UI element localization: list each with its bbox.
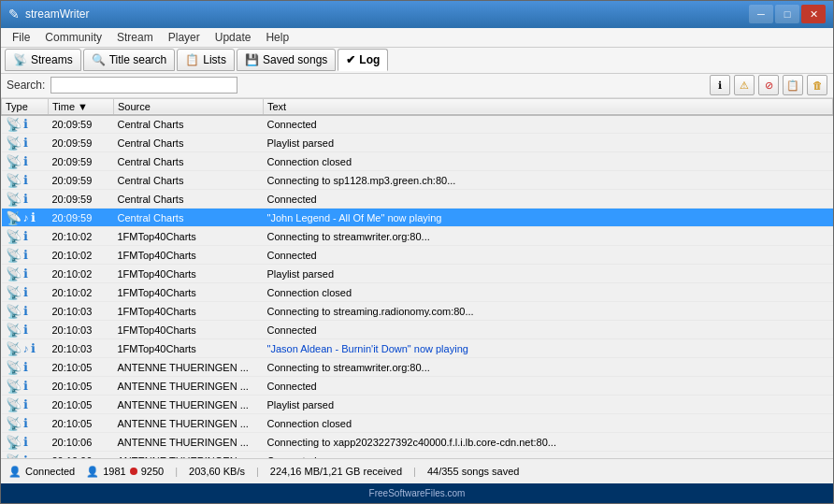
cell-time: 20:10:05 <box>49 377 114 396</box>
log-table: Type Time ▼ Source Text 📡ℹ20:09:59Centra… <box>1 98 833 459</box>
received-display: 224,16 MB/1,21 GB received <box>270 466 402 477</box>
cell-source: ANTENNE THUERINGEN ... <box>114 414 264 433</box>
cell-text: Connected <box>264 115 833 134</box>
tab-log[interactable]: ✔ Log <box>338 49 388 71</box>
cell-text: Connecting to sp1128.mp3.green.ch:80... <box>264 171 833 190</box>
maximize-button[interactable]: □ <box>775 5 799 23</box>
user-icon: 👤 <box>8 466 22 478</box>
search-input[interactable] <box>50 77 237 94</box>
table-row[interactable]: 📡ℹ20:10:05ANTENNE THUERINGEN ...Connecte… <box>2 377 833 396</box>
menu-stream[interactable]: Stream <box>109 29 161 46</box>
cell-type: 📡ℹ <box>2 171 49 190</box>
cell-source: 1FMTop40Charts <box>114 265 264 283</box>
stream-icon: 📡 <box>6 154 22 169</box>
app-title: streamWriter <box>25 7 89 21</box>
song-count: 9250 <box>141 466 164 477</box>
search-bar: Search: ℹ ⚠ ⊘ 📋 🗑 <box>1 74 833 98</box>
cell-time: 20:09:59 <box>49 190 114 209</box>
table-row[interactable]: 📡ℹ20:09:59Central ChartsConnected <box>2 115 833 134</box>
table-row[interactable]: 📡ℹ20:09:59Central ChartsPlaylist parsed <box>2 134 833 152</box>
cell-type: 📡ℹ <box>2 321 49 339</box>
stream-icon: 📡 <box>6 266 22 281</box>
close-button[interactable]: ✕ <box>801 5 826 23</box>
table-row[interactable]: 📡ℹ20:10:021FMTop40ChartsConnection close… <box>2 283 833 302</box>
cell-type: 📡ℹ <box>2 452 49 459</box>
table-row[interactable]: 📡ℹ20:10:021FMTop40ChartsConnecting to st… <box>2 227 833 246</box>
info-filter-button[interactable]: ℹ <box>710 75 730 95</box>
col-header-type[interactable]: Type <box>2 98 49 115</box>
cell-type: 📡ℹ <box>2 302 49 321</box>
minimize-button[interactable]: ─ <box>749 5 773 23</box>
tab-lists[interactable]: 📋 Lists <box>177 49 235 71</box>
info-icon: ℹ <box>23 192 28 206</box>
cell-text: Connection closed <box>264 283 833 302</box>
col-header-text[interactable]: Text <box>264 98 833 115</box>
table-row[interactable]: 📡ℹ20:09:59Central ChartsConnecting to sp… <box>2 171 833 190</box>
cell-source: ANTENNE THUERINGEN ... <box>114 452 264 459</box>
cell-type: 📡ℹ <box>2 283 49 302</box>
sep3: | <box>413 466 416 477</box>
stream-icon: 📡 <box>6 210 22 225</box>
stream-icon: 📡 <box>6 248 22 263</box>
info-icon: ℹ <box>23 360 28 374</box>
sep2: | <box>256 466 259 477</box>
cell-text: Connected <box>264 452 833 459</box>
tab-saved-songs[interactable]: 💾 Saved songs <box>237 49 336 71</box>
error-filter-button[interactable]: ⊘ <box>758 75 779 95</box>
table-row[interactable]: 📡♪ℹ20:10:031FMTop40Charts"Jason Aldean -… <box>2 339 833 358</box>
menu-update[interactable]: Update <box>208 29 259 46</box>
table-row[interactable]: 📡ℹ20:10:031FMTop40ChartsConnected <box>2 321 833 339</box>
table-row[interactable]: 📡ℹ20:09:59Central ChartsConnected <box>2 190 833 209</box>
cell-text: Connecting to streamwriter.org:80... <box>264 227 833 246</box>
col-header-time[interactable]: Time ▼ <box>49 98 114 115</box>
table-row[interactable]: 📡ℹ20:10:021FMTop40ChartsPlaylist parsed <box>2 265 833 283</box>
menu-player[interactable]: Player <box>161 29 208 46</box>
table-row[interactable]: 📡ℹ20:10:06ANTENNE THUERINGEN ...Connecti… <box>2 433 833 452</box>
speed-display: 203,60 KB/s <box>189 466 245 477</box>
cell-time: 20:10:02 <box>49 246 114 265</box>
cell-type: 📡ℹ <box>2 414 49 433</box>
table-row[interactable]: 📡ℹ20:10:06ANTENNE THUERINGEN ...Connecte… <box>2 452 833 459</box>
table-row[interactable]: 📡ℹ20:09:59Central ChartsConnection close… <box>2 152 833 171</box>
tab-title-search[interactable]: 🔍 Title search <box>83 49 176 71</box>
tab-streams[interactable]: 📡 Streams <box>5 49 81 71</box>
cell-text: "John Legend - All Of Me" now playing <box>264 209 833 227</box>
table-row[interactable]: 📡ℹ20:10:05ANTENNE THUERINGEN ...Connecti… <box>2 414 833 433</box>
info-icon: ℹ <box>23 248 28 262</box>
cell-source: Central Charts <box>114 134 264 152</box>
cell-source: 1FMTop40Charts <box>114 302 264 321</box>
cell-text: Connection closed <box>264 414 833 433</box>
copy-button[interactable]: 📋 <box>783 75 803 95</box>
app-window: ✎ streamWriter ─ □ ✕ File Community Stre… <box>0 0 834 504</box>
cell-type: 📡ℹ <box>2 358 49 377</box>
cell-text: Connected <box>264 246 833 265</box>
menu-community[interactable]: Community <box>37 29 109 46</box>
status-dot-red <box>130 468 137 475</box>
cell-source: ANTENNE THUERINGEN ... <box>114 358 264 377</box>
stream-icon: 📡 <box>6 341 22 356</box>
stream-icon: 📡 <box>6 416 22 431</box>
cell-source: 1FMTop40Charts <box>114 246 264 265</box>
cell-source: ANTENNE THUERINGEN ... <box>114 396 264 414</box>
clear-button[interactable]: 🗑 <box>807 75 827 95</box>
menu-bar: File Community Stream Player Update Help <box>1 28 833 48</box>
cell-type: 📡ℹ <box>2 265 49 283</box>
warning-filter-button[interactable]: ⚠ <box>734 75 755 95</box>
menu-file[interactable]: File <box>5 29 37 46</box>
cell-source: Central Charts <box>114 171 264 190</box>
cell-source: 1FMTop40Charts <box>114 283 264 302</box>
table-row[interactable]: 📡ℹ20:10:021FMTop40ChartsConnected <box>2 246 833 265</box>
table-row[interactable]: 📡♪ℹ20:09:59Central Charts"John Legend - … <box>2 209 833 227</box>
cell-text: Playlist parsed <box>264 134 833 152</box>
cell-source: Central Charts <box>114 115 264 134</box>
lists-icon: 📋 <box>185 53 199 66</box>
table-row[interactable]: 📡ℹ20:10:05ANTENNE THUERINGEN ...Playlist… <box>2 396 833 414</box>
cell-type: 📡ℹ <box>2 227 49 246</box>
col-header-source[interactable]: Source <box>114 98 264 115</box>
stream-icon: 📡 <box>6 323 22 338</box>
table-row[interactable]: 📡ℹ20:10:031FMTop40ChartsConnecting to st… <box>2 302 833 321</box>
menu-help[interactable]: Help <box>258 29 296 46</box>
streams-icon: 📡 <box>13 53 27 66</box>
cell-type: 📡ℹ <box>2 134 49 152</box>
table-row[interactable]: 📡ℹ20:10:05ANTENNE THUERINGEN ...Connecti… <box>2 358 833 377</box>
